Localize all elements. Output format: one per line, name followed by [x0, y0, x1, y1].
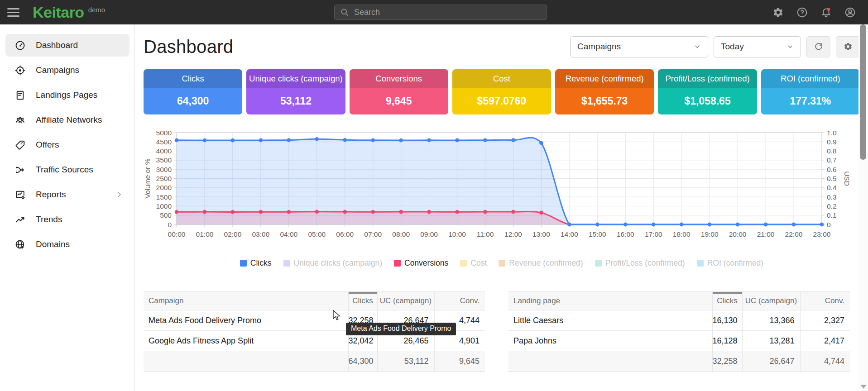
column-header-landing-page[interactable]: Landing page — [508, 292, 712, 310]
legend-item-conversions[interactable]: Conversions — [394, 258, 448, 268]
legend-label: Unique clicks (campaign) — [294, 258, 383, 268]
row-name-cell[interactable]: Meta Ads Food Delivery Promo — [144, 310, 348, 331]
svg-text:1500: 1500 — [156, 193, 172, 201]
legend-item-clicks[interactable]: Clicks — [240, 258, 272, 268]
sidebar-item-trends[interactable]: Trends — [5, 208, 129, 231]
dashboard-gauge-icon — [14, 39, 26, 51]
notifications-icon[interactable] — [820, 6, 832, 19]
column-header-campaign[interactable]: Campaign — [144, 292, 348, 310]
scrollbar-down-arrow[interactable] — [860, 385, 867, 389]
settings-icon[interactable] — [772, 6, 784, 19]
totals-cell: 53,112 — [377, 351, 434, 372]
global-search[interactable] — [334, 5, 547, 20]
row-value-cell: 16,128 — [712, 331, 742, 351]
row-name-cell[interactable]: Little Caesars — [508, 310, 712, 331]
search-input[interactable] — [354, 8, 541, 17]
help-icon[interactable] — [796, 6, 808, 19]
kpi-card-cost[interactable]: Cost$597.0760 — [452, 69, 551, 114]
grouping-select[interactable]: Campaigns — [570, 36, 708, 57]
legend-item-unique-clicks-campaign[interactable]: Unique clicks (campaign) — [283, 258, 383, 268]
sidebar-item-domains[interactable]: Domains — [5, 233, 129, 256]
dashboard-settings-button[interactable] — [836, 36, 860, 57]
svg-text:0.4: 0.4 — [827, 184, 837, 191]
svg-text:17:00: 17:00 — [645, 230, 662, 238]
svg-text:23:00: 23:00 — [813, 230, 831, 238]
svg-text:06:00: 06:00 — [336, 230, 354, 238]
column-header-conv[interactable]: Conv. — [434, 292, 485, 310]
period-select-value: Today — [721, 42, 744, 52]
sidebar-item-label: Campaigns — [36, 65, 79, 75]
kpi-card-profit-loss-confirmed[interactable]: Profit/Loss (confirmed)$1,058.65 — [658, 69, 757, 114]
kpi-card-roi-confirmed[interactable]: ROI (confirmed)177.31% — [761, 69, 860, 114]
legend-label: Cost — [470, 258, 487, 268]
kpi-card-revenue-confirmed[interactable]: Revenue (confirmed)$1,655.73 — [555, 69, 654, 114]
refresh-button[interactable] — [806, 36, 830, 57]
account-icon[interactable] — [844, 6, 856, 19]
svg-text:0.9: 0.9 — [827, 138, 837, 146]
kpi-card-label: Profit/Loss (confirmed) — [658, 69, 757, 88]
sidebar-item-label: Trends — [36, 215, 62, 224]
scrollbar-thumb[interactable] — [860, 24, 866, 160]
sidebar-item-reports[interactable]: Reports — [5, 183, 129, 206]
row-name-cell[interactable]: Papa Johns — [508, 331, 712, 351]
svg-text:21:00: 21:00 — [757, 230, 775, 238]
grouping-select-value: Campaigns — [577, 42, 621, 52]
column-header-uc-campaign[interactable]: UC (campaign) — [742, 292, 800, 310]
legend-item-cost[interactable]: Cost — [460, 258, 487, 268]
gear-icon — [844, 42, 853, 51]
sidebar: DashboardCampaignsLandings PagesAffiliat… — [0, 24, 135, 391]
kpi-card-label: Unique clicks (campaign) — [246, 69, 345, 88]
svg-text:03:00: 03:00 — [252, 230, 270, 238]
row-name-cell[interactable]: Google Ads Fitness App Split — [144, 331, 348, 351]
legend-swatch — [283, 260, 290, 267]
table-row: Papa Johns16,12813,2812,417 — [508, 331, 850, 351]
table-row: Little Caesars16,13013,3662,327 — [508, 310, 850, 331]
legend-item-profit-loss-confirmed[interactable]: Profit/Loss (confirmed) — [595, 258, 685, 268]
kpi-card-label: Conversions — [350, 69, 448, 88]
kpi-card-clicks[interactable]: Clicks64,300 — [144, 69, 242, 114]
notification-dot — [827, 7, 830, 10]
kpi-card-value: $1,058.65 — [658, 88, 757, 114]
app-logo[interactable]: Keitaro — [33, 4, 84, 21]
topbar: Keitaro demo — [0, 0, 868, 24]
menu-toggle-icon[interactable] — [7, 8, 19, 17]
legend-swatch — [460, 260, 467, 267]
sidebar-item-label: Domains — [36, 239, 70, 249]
period-select[interactable]: Today — [714, 36, 801, 57]
kpi-cards-row: Clicks64,300Unique clicks (campaign)53,1… — [144, 69, 860, 114]
page-scrollbar — [858, 24, 868, 391]
legend-label: Profit/Loss (confirmed) — [605, 258, 685, 268]
svg-text:08:00: 08:00 — [392, 230, 410, 238]
sidebar-item-affiliate-networks[interactable]: Affiliate Networks — [5, 109, 129, 131]
row-value-cell: 2,327 — [800, 310, 850, 331]
main-content: Dashboard Campaigns Today — [135, 24, 868, 391]
sidebar-item-dashboard[interactable]: Dashboard — [5, 34, 129, 57]
column-header-uc-campaign[interactable]: UC (campaign) — [377, 292, 434, 310]
kpi-card-value: $1,655.73 — [555, 88, 654, 114]
dashboard-controls: Campaigns Today — [570, 36, 860, 57]
sidebar-item-landings-pages[interactable]: Landings Pages — [5, 84, 129, 106]
sidebar-item-offers[interactable]: sOffers — [5, 134, 129, 156]
svg-text:2000: 2000 — [156, 184, 172, 191]
sidebar-item-traffic-sources[interactable]: Traffic Sources — [5, 158, 129, 181]
svg-text:11:00: 11:00 — [477, 230, 494, 238]
legend-item-revenue-confirmed[interactable]: Revenue (confirmed) — [499, 258, 583, 268]
column-header-clicks[interactable]: Clicks — [348, 292, 377, 310]
kpi-card-value: 64,300 — [144, 88, 242, 114]
column-header-conv[interactable]: Conv. — [800, 292, 850, 310]
legend-swatch — [394, 260, 401, 267]
kpi-card-unique-clicks-campaign[interactable]: Unique clicks (campaign)53,112 — [246, 69, 345, 114]
totals-row: 32,25826,6474,744 — [508, 351, 850, 372]
legend-label: Conversions — [404, 258, 448, 268]
svg-text:1000: 1000 — [156, 202, 172, 210]
kpi-card-value: 53,112 — [246, 88, 345, 114]
sidebar-item-campaigns[interactable]: Campaigns — [5, 59, 129, 81]
sidebar-item-label: Landings Pages — [36, 90, 97, 100]
column-header-clicks[interactable]: Clicks — [712, 292, 742, 310]
legend-item-roi-confirmed[interactable]: ROI (confirmed) — [697, 258, 763, 268]
svg-text:0.3: 0.3 — [827, 193, 837, 201]
svg-text:01:00: 01:00 — [196, 230, 214, 238]
trends-icon — [14, 214, 26, 225]
sidebar-item-label: Traffic Sources — [36, 165, 93, 175]
kpi-card-conversions[interactable]: Conversions9,645 — [350, 69, 448, 114]
